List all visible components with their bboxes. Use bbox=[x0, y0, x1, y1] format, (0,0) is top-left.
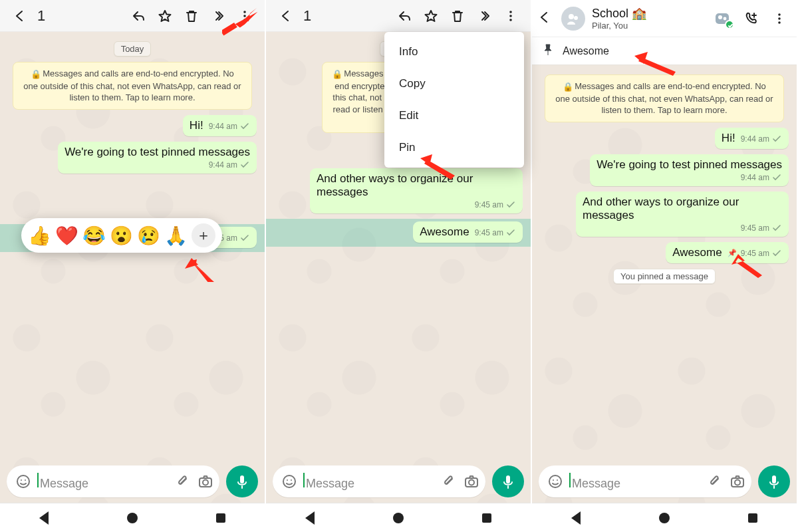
lock-icon: 🔒 bbox=[563, 81, 573, 93]
message-bubble-hi[interactable]: Hi! 9:44 am bbox=[715, 128, 789, 149]
message-time: 9:44 am bbox=[209, 122, 237, 131]
emoji-icon[interactable] bbox=[15, 473, 32, 490]
video-call-button[interactable] bbox=[712, 7, 735, 31]
message-time: 9:44 am bbox=[741, 134, 769, 144]
svg-point-14 bbox=[291, 479, 292, 481]
message-bubble-test[interactable]: We're going to test pinned messages 9:44… bbox=[58, 142, 257, 174]
message-input[interactable]: Message bbox=[273, 466, 485, 497]
reaction-sad[interactable]: 😢 bbox=[137, 225, 160, 247]
message-text: Hi! bbox=[190, 119, 203, 132]
svg-point-18 bbox=[569, 14, 574, 19]
attach-icon[interactable] bbox=[174, 473, 192, 490]
android-nav-bar bbox=[532, 503, 797, 532]
svg-point-30 bbox=[735, 480, 740, 485]
back-button[interactable] bbox=[537, 10, 557, 27]
encryption-notice[interactable]: 🔒Messages and calls are end-to-end encry… bbox=[545, 74, 784, 122]
message-bubble-awesome[interactable]: Awesome 9:45 am bbox=[413, 221, 523, 243]
annotation-arrow bbox=[185, 255, 218, 285]
emoji-icon[interactable] bbox=[281, 473, 298, 490]
star-button[interactable] bbox=[418, 3, 444, 29]
reaction-laugh[interactable]: 😂 bbox=[82, 225, 106, 247]
annotation-arrow bbox=[222, 7, 262, 43]
message-placeholder: Message bbox=[569, 473, 701, 491]
nav-recents-button[interactable] bbox=[748, 513, 757, 523]
message-bubble-test[interactable]: We're going to test pinned messages 9:44… bbox=[590, 154, 789, 186]
reaction-pray[interactable]: 🙏 bbox=[164, 225, 188, 247]
svg-point-27 bbox=[553, 479, 554, 481]
annotation-arrow bbox=[732, 251, 765, 281]
mic-button[interactable] bbox=[492, 466, 524, 497]
voice-call-button[interactable] bbox=[739, 7, 763, 31]
encryption-notice[interactable]: 🔒Messages and calls are end-to-end encry… bbox=[13, 62, 252, 110]
reaction-more-button[interactable]: ＋ bbox=[192, 223, 215, 247]
camera-icon[interactable] bbox=[463, 473, 480, 490]
message-input-bar: Message bbox=[0, 460, 265, 503]
menu-item-edit[interactable]: Edit bbox=[384, 100, 524, 132]
svg-point-21 bbox=[718, 15, 722, 19]
nav-recents-button[interactable] bbox=[482, 513, 491, 523]
attach-icon[interactable] bbox=[440, 473, 458, 490]
svg-point-25 bbox=[778, 21, 781, 24]
svg-point-10 bbox=[509, 15, 512, 17]
nav-back-button[interactable] bbox=[39, 511, 49, 525]
forward-button[interactable] bbox=[471, 3, 497, 29]
svg-point-11 bbox=[509, 19, 512, 21]
reaction-heart[interactable]: ❤️ bbox=[55, 225, 78, 247]
selected-message-row[interactable]: Awesome 9:45 am bbox=[266, 219, 531, 247]
message-bubble-other[interactable]: And other ways to organize our messages … bbox=[310, 168, 523, 213]
lock-icon: 🔒 bbox=[332, 68, 342, 80]
back-button[interactable] bbox=[7, 3, 33, 29]
message-bubble-awesome-pinned[interactable]: Awesome 📌9:45 am bbox=[666, 242, 789, 263]
android-nav-bar bbox=[266, 503, 531, 532]
lock-icon: 🔒 bbox=[31, 68, 41, 80]
nav-recents-button[interactable] bbox=[216, 513, 225, 523]
camera-icon[interactable] bbox=[729, 473, 746, 490]
svg-rect-17 bbox=[506, 475, 510, 483]
more-menu-button[interactable] bbox=[767, 7, 791, 31]
star-button[interactable] bbox=[152, 3, 178, 29]
message-input[interactable]: Message bbox=[539, 466, 751, 497]
menu-item-copy[interactable]: Copy bbox=[384, 68, 524, 100]
svg-rect-31 bbox=[772, 475, 776, 483]
nav-back-button[interactable] bbox=[305, 511, 315, 525]
svg-point-26 bbox=[549, 475, 561, 487]
message-options-menu: Info Copy Edit Pin bbox=[384, 32, 524, 168]
mic-button[interactable] bbox=[758, 466, 790, 497]
delete-button[interactable] bbox=[444, 3, 471, 29]
nav-home-button[interactable] bbox=[127, 513, 138, 523]
camera-icon[interactable] bbox=[197, 473, 214, 490]
svg-point-12 bbox=[283, 475, 295, 487]
svg-point-4 bbox=[21, 479, 22, 481]
back-button[interactable] bbox=[273, 3, 299, 29]
reaction-wow[interactable]: 😮 bbox=[110, 225, 133, 247]
message-time: 9:45 am bbox=[475, 228, 503, 237]
screenshot-panel-1: 1 Today 🔒Messages and calls are end-to-e… bbox=[0, 0, 266, 532]
message-text: We're going to test pinned messages bbox=[65, 146, 250, 158]
message-bubble-other[interactable]: And other ways to organize our messages … bbox=[576, 192, 789, 237]
more-menu-button[interactable] bbox=[497, 3, 524, 29]
nav-home-button[interactable] bbox=[659, 513, 670, 523]
group-avatar[interactable] bbox=[561, 7, 585, 31]
attach-icon[interactable] bbox=[706, 473, 724, 490]
reply-button[interactable] bbox=[125, 3, 152, 29]
svg-point-13 bbox=[287, 479, 288, 481]
emoji-icon[interactable] bbox=[547, 473, 564, 490]
message-input-bar: Message bbox=[532, 460, 797, 503]
svg-point-16 bbox=[469, 480, 474, 485]
chat-area[interactable]: Today 🔒Messages and calls are end-to-end… bbox=[0, 32, 265, 532]
date-chip: Today bbox=[114, 41, 152, 57]
chat-header[interactable]: School 🏫 Pilar, You bbox=[532, 0, 797, 37]
message-bubble-hi[interactable]: Hi! 9:44 am bbox=[183, 115, 257, 136]
reaction-picker[interactable]: 👍 ❤️ 😂 😮 😢 🙏 ＋ bbox=[21, 218, 222, 253]
android-nav-bar bbox=[0, 503, 265, 532]
chat-title: School 🏫 bbox=[592, 6, 646, 21]
message-text: Awesome bbox=[672, 246, 722, 259]
reply-button[interactable] bbox=[391, 3, 418, 29]
reaction-thumbs-up[interactable]: 👍 bbox=[28, 225, 51, 247]
nav-back-button[interactable] bbox=[571, 511, 581, 525]
delete-button[interactable] bbox=[178, 3, 205, 29]
nav-home-button[interactable] bbox=[393, 513, 404, 523]
mic-button[interactable] bbox=[226, 466, 258, 497]
message-input[interactable]: Message bbox=[7, 466, 219, 497]
menu-item-info[interactable]: Info bbox=[384, 36, 524, 68]
